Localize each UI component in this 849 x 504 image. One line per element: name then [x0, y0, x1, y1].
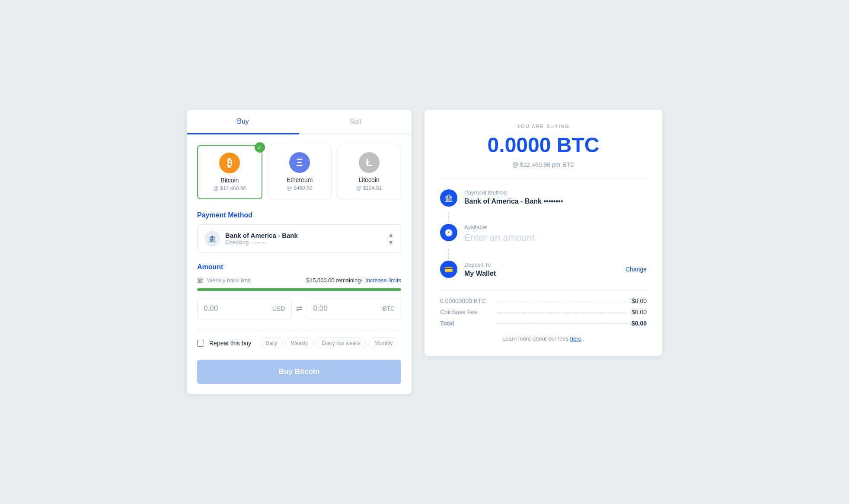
repeat-monthly[interactable]: Monthly [369, 337, 398, 349]
coinbase-fee-dots [496, 312, 627, 313]
dashed-connector-2 [448, 249, 449, 259]
payment-method-selector[interactable]: 🏦 Bank of America - Bank Checking · ····… [197, 224, 401, 253]
increase-limits-link[interactable]: Increase limits [365, 277, 401, 284]
crypto-card-eth[interactable]: Ξ Ethereum @ $460.60 [268, 145, 332, 199]
limit-progress-bar [197, 288, 401, 291]
footer-period: . [583, 335, 584, 342]
repeat-options: Daily Weekly Every two weeks Monthly [260, 337, 398, 349]
receipt-divider-2 [440, 290, 647, 290]
dashed-connector-1 [448, 212, 449, 222]
receipt-payment-label: Payment Method [464, 189, 647, 196]
usd-currency: USD [272, 305, 285, 312]
ltc-icon: Ł [359, 152, 380, 173]
crypto-card-ltc[interactable]: Ł Litecoin @ $104.01 [337, 145, 401, 199]
tab-sell[interactable]: Sell [299, 110, 412, 134]
coinbase-fee-value: $0.00 [632, 309, 647, 316]
bank-name: Bank of America - Bank [225, 232, 388, 239]
receipt-deposit-label: Deposit To [464, 262, 626, 268]
bank-icon-wrap: 🏦 [204, 231, 220, 246]
eth-price: @ $460.60 [273, 185, 326, 191]
receipt-payment-value: Bank of America - Bank •••••••• [464, 198, 647, 205]
btc-input-field[interactable]: 0.00 BTC [307, 298, 402, 319]
receipt-payment-row: 🏦 Payment Method Bank of America - Bank … [440, 189, 647, 207]
repeat-row: Repeat this buy Daily Weekly Every two w… [197, 337, 401, 349]
tab-buy[interactable]: Buy [187, 110, 299, 134]
swap-icon[interactable]: ⇌ [296, 304, 303, 313]
limit-remaining: $15,000.00 remaining [306, 277, 361, 284]
repeat-daily[interactable]: Daily [260, 337, 283, 349]
amount-title: Amount [197, 263, 401, 271]
crypto-card-btc[interactable]: ✓ ₿ Bitcoin @ $12,460.96 [197, 145, 262, 199]
selected-check-btc: ✓ [255, 142, 265, 153]
total-row: Total $0.00 [440, 320, 647, 327]
receipt-clock-icon: 🕐 [444, 229, 453, 237]
buy-sell-panel: Buy Sell ✓ ₿ Bitcoin @ $12,460.96 Ξ Ethe… [187, 110, 412, 394]
receipt-available-label: Available [464, 224, 647, 230]
crypto-card-list: ✓ ₿ Bitcoin @ $12,460.96 Ξ Ethereum @ $4… [197, 145, 401, 199]
receipt-available-content: Available Enter an amount [464, 224, 647, 243]
btc-icon: ₿ [219, 153, 240, 173]
usd-input-field[interactable]: 0.00 USD [197, 298, 292, 319]
receipt-bank-icon-wrap: 🏦 [440, 189, 457, 207]
limit-row: 🏛 Weekly bank limit $15,000.00 remaining… [197, 276, 401, 284]
tab-bar: Buy Sell [187, 110, 412, 134]
receipt-bank-icon: 🏦 [444, 194, 453, 202]
receipt-deposit-value: My Wallet [464, 270, 626, 278]
eth-icon: Ξ [289, 152, 310, 173]
bank-info: Bank of America - Bank Checking · ······… [225, 232, 388, 246]
total-dots [496, 323, 627, 324]
amount-inputs: 0.00 USD ⇌ 0.00 BTC [197, 298, 401, 319]
panel-body: ✓ ₿ Bitcoin @ $12,460.96 Ξ Ethereum @ $4… [187, 134, 412, 394]
receipt-deposit-content: Deposit To My Wallet [464, 262, 626, 278]
receipt-wallet-icon: 💳 [444, 265, 453, 274]
receipt-available-icon-wrap: 🕐 [440, 224, 457, 241]
ltc-price: @ $104.01 [342, 185, 396, 191]
chevron-icon: ▲ ▼ [388, 231, 394, 246]
bank-sub: Checking · ········ [225, 239, 388, 246]
bank-icon: 🏦 [208, 235, 217, 243]
receipt-panel: YOU ARE BUYING 0.0000 BTC @ $12,460.96 p… [424, 110, 662, 356]
usd-value: 0.00 [204, 304, 218, 313]
footer-text: Learn more about our fees here . [440, 335, 647, 342]
receipt-btc-rate: @ $12,460.96 per BTC [440, 161, 647, 168]
repeat-weekly[interactable]: Weekly [285, 337, 313, 349]
payment-method-title: Payment Method [197, 211, 401, 219]
you-are-buying-label: YOU ARE BUYING [440, 124, 647, 129]
limit-label: Weekly bank limit [207, 277, 306, 284]
limit-progress-fill [197, 288, 401, 291]
repeat-every-two-weeks[interactable]: Every two weeks [316, 337, 366, 349]
btc-price: @ $12,460.96 [203, 185, 256, 191]
change-wallet-link[interactable]: Change [626, 266, 647, 273]
total-value: $0.00 [632, 320, 647, 327]
receipt-payment-content: Payment Method Bank of America - Bank ••… [464, 189, 647, 205]
btc-name: Bitcoin [203, 177, 256, 184]
eth-name: Ethereum [273, 176, 326, 183]
btc-fee-value: $0.00 [632, 297, 647, 304]
limit-icon: 🏛 [197, 277, 204, 284]
coinbase-fee-row: Coinbase Fee $0.00 [440, 309, 647, 316]
footer-text-content: Learn more about our fees [502, 335, 570, 342]
receipt-available-placeholder: Enter an amount [464, 232, 647, 243]
receipt-deposit-icon-wrap: 💳 [440, 261, 457, 278]
repeat-label: Repeat this buy [209, 340, 251, 347]
receipt-btc-amount: 0.0000 BTC [440, 133, 647, 157]
btc-input-value: 0.00 [313, 304, 328, 313]
coinbase-fee-label: Coinbase Fee [440, 309, 492, 316]
footer-link[interactable]: here [570, 335, 581, 342]
main-container: Buy Sell ✓ ₿ Bitcoin @ $12,460.96 Ξ Ethe… [187, 110, 662, 394]
btc-currency: BTC [383, 305, 395, 312]
buy-bitcoin-button[interactable]: Buy Bitcoin [197, 360, 401, 384]
ltc-name: Litecoin [342, 176, 396, 183]
receipt-available-row: 🕐 Available Enter an amount [440, 224, 647, 243]
receipt-deposit-row: 💳 Deposit To My Wallet Change [440, 261, 647, 278]
receipt-divider-1 [440, 179, 647, 179]
btc-fee-label: 0.00000000 BTC [440, 297, 492, 304]
btc-fee-row: 0.00000000 BTC $0.00 [440, 297, 647, 304]
divider-repeat [197, 330, 401, 330]
btc-fee-dots [496, 301, 627, 301]
repeat-checkbox[interactable] [197, 340, 204, 347]
total-label: Total [440, 320, 492, 327]
